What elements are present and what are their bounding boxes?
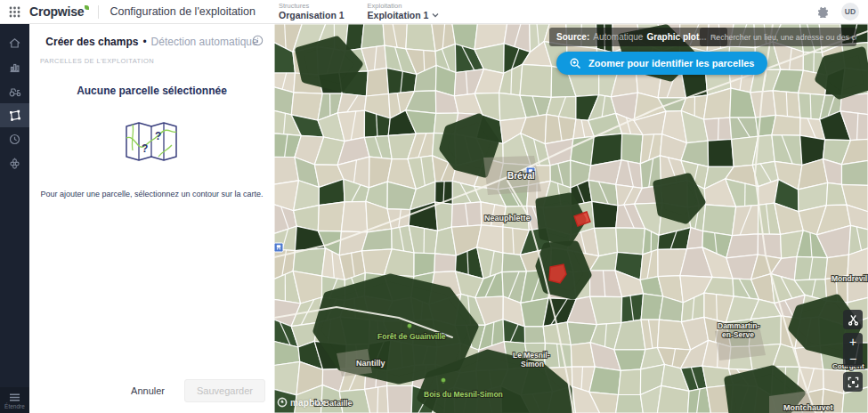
map-place-label: Bréval <box>507 171 535 181</box>
folded-map-illustration: ? ? <box>123 118 182 166</box>
app-window: Cropwise Configuration de l'exploitation… <box>0 0 868 413</box>
cut-parcel-button[interactable] <box>843 310 863 329</box>
scissors-icon <box>848 313 859 326</box>
empty-state: Aucune parcelle sélectionnée ? ? Pour aj… <box>29 65 274 370</box>
zoom-in-button[interactable]: + <box>843 333 863 350</box>
center-map-button[interactable] <box>843 372 863 392</box>
sidebar-item-equipment[interactable] <box>0 79 29 103</box>
sidebar-expand-label: Étendre <box>4 403 25 409</box>
bar-chart-icon <box>8 61 21 74</box>
settings-gear-icon[interactable] <box>816 5 829 18</box>
search-placeholder: Rechercher un lieu, une adresse ou des c… <box>710 33 856 42</box>
exploitation-selector[interactable]: Exploitation Exploitation 1 <box>368 3 440 21</box>
svg-text:?: ? <box>142 142 148 155</box>
svg-text:?: ? <box>155 130 161 142</box>
mapbox-word: mapbox <box>290 398 326 408</box>
mapbox-icon <box>277 397 288 408</box>
sidebar-item-crops[interactable] <box>0 151 29 175</box>
history-clock-icon <box>8 133 21 146</box>
empty-state-title: Aucune parcelle sélectionnée <box>77 85 227 97</box>
user-avatar[interactable]: UD <box>841 3 859 20</box>
exploitation-value: Exploitation 1 <box>368 10 429 20</box>
sidebar-item-analytics[interactable] <box>0 55 29 79</box>
header-divider <box>98 5 99 19</box>
map-place-label: Bois du Mesnil-Simon <box>424 390 503 399</box>
sidebar-item-history[interactable] <box>0 127 29 151</box>
zoom-to-identify-button[interactable]: Zoomer pour identifier les parcelles <box>556 52 767 75</box>
rail-station-icon <box>274 243 283 252</box>
focus-frame-icon <box>848 377 859 388</box>
satellite-map[interactable]: BrévalNeauphletteNantillyLe Mesnil-Simon… <box>274 24 868 413</box>
exploitation-label: Exploitation <box>368 3 440 11</box>
cropwise-logo[interactable]: Cropwise <box>29 4 89 19</box>
source-mode: Automatique <box>593 32 643 42</box>
map-place-label: Simon <box>521 360 544 368</box>
app-launcher-grid-icon[interactable] <box>9 6 20 18</box>
map-place-label: Neauphlette <box>484 214 531 223</box>
structures-value: Organisation 1 <box>279 10 345 20</box>
source-prefix: Source: <box>556 32 589 42</box>
chevron-down-icon <box>432 12 439 18</box>
map-place-label: Dammartin- <box>718 321 759 330</box>
map-place-label: en-Serve <box>722 330 754 339</box>
panel-subtitle: Détection automatique <box>151 36 258 48</box>
zoom-in-magnifier-icon <box>570 58 581 69</box>
info-icon[interactable] <box>252 35 264 46</box>
home-icon <box>8 36 21 50</box>
structures-label: Structures <box>279 3 345 11</box>
empty-state-hint: Pour ajouter une parcelle, sélectionnez … <box>40 190 263 198</box>
sidebar: Étendre <box>0 24 29 413</box>
hamburger-menu-icon <box>9 393 20 401</box>
panel-footer: Annuler Sauvegarder <box>29 370 274 413</box>
tractor-icon <box>8 85 22 98</box>
app-header: Cropwise Configuration de l'exploitation… <box>0 0 868 24</box>
cancel-button[interactable]: Annuler <box>124 381 172 401</box>
save-button[interactable]: Sauvegarder <box>184 379 265 402</box>
mapbox-attribution[interactable]: mapbox <box>277 397 326 408</box>
map-place-label: Nantilly <box>356 359 385 368</box>
sidebar-item-home[interactable] <box>0 31 29 55</box>
structures-selector[interactable]: Structures Organisation 1 <box>279 3 345 21</box>
map-place-label: Forêt de Guainville <box>377 332 446 341</box>
zoom-out-button[interactable]: − <box>843 350 863 367</box>
section-label: PARCELLES DE L'EXPLOITATION <box>29 55 274 65</box>
map-place-label: Le Mesnil- <box>513 351 550 360</box>
map-search-input[interactable]: Rechercher un lieu, une adresse ou des c… <box>700 28 856 46</box>
source-value: Graphic plot... <box>646 32 706 42</box>
panel-title-separator: • <box>142 36 146 48</box>
leaf-icon <box>85 5 89 10</box>
panel-title: Créer des champs <box>45 36 138 48</box>
sidebar-expand-button[interactable]: Étendre <box>0 387 29 413</box>
field-polygon-icon <box>8 109 21 122</box>
parcels-panel: Créer des champs • Détection automatique… <box>29 24 274 413</box>
map-tools: + − <box>843 310 863 392</box>
zoom-controls: + − <box>843 333 863 367</box>
panel-header: Créer des champs • Détection automatique <box>29 24 274 55</box>
page-title: Configuration de l'exploitation <box>110 5 256 18</box>
cropwise-logo-text: Cropwise <box>29 4 84 19</box>
map-place-label: Mondreville <box>831 274 868 283</box>
grapes-icon <box>8 157 21 170</box>
zoom-to-identify-label: Zoomer pour identifier les parcelles <box>588 58 754 69</box>
sidebar-item-fields[interactable] <box>0 103 29 127</box>
map-canvas[interactable]: BrévalNeauphletteNantillyLe Mesnil-Simon… <box>274 24 868 413</box>
map-place-label: Montchauvet <box>783 403 833 412</box>
